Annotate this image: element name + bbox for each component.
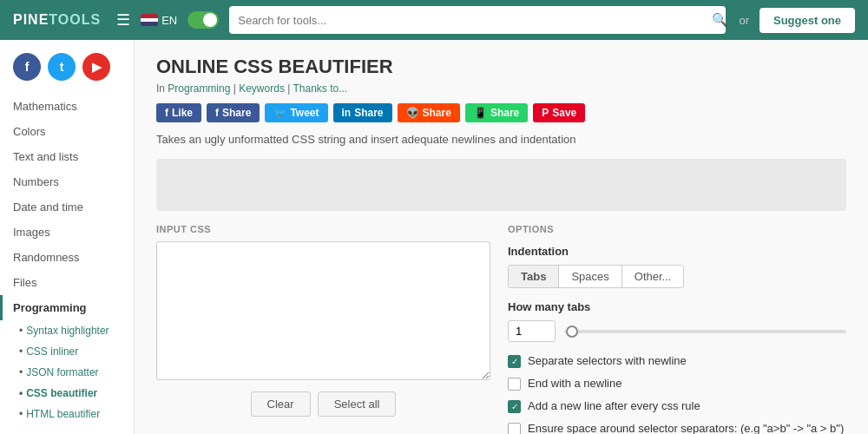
share-bar: f Like f Share 🐦 Tweet in Share 👽 Share … xyxy=(156,103,846,122)
or-text: or xyxy=(739,14,749,27)
share-facebook-label: Share xyxy=(222,107,251,119)
share-reddit-label: Share xyxy=(423,107,451,119)
slider-thumb xyxy=(566,326,578,338)
option-checkbox-3[interactable] xyxy=(508,423,521,434)
options-label: OPTIONS xyxy=(508,224,846,234)
sidebar-subitem-syntax-highlighter[interactable]: Syntax highlighter xyxy=(0,320,134,341)
indentation-label: Indentation xyxy=(508,245,846,258)
tool-area: INPUT CSS Clear Select all OPTIONS Inden… xyxy=(156,224,846,434)
share-like-button[interactable]: f Like xyxy=(156,103,201,122)
sidebar-item-mathematics[interactable]: Mathematics xyxy=(0,94,134,119)
option-checkbox-1[interactable] xyxy=(508,378,521,391)
share-whatsapp-button[interactable]: 📱 Share xyxy=(465,103,528,122)
lang-label: EN xyxy=(161,14,177,27)
suggest-button[interactable]: Suggest one xyxy=(760,8,855,33)
ad-banner xyxy=(156,159,846,211)
option-row-0: Separate selectors with newline xyxy=(508,354,846,368)
how-many-tabs-label: How many tabs xyxy=(508,300,846,313)
breadcrumb-keywords-link[interactable]: Keywords xyxy=(239,82,285,95)
sidebar-subitem-html-beautifier[interactable]: HTML beautifier xyxy=(0,404,134,424)
option-row-2: Add a new line after every css rule xyxy=(508,399,846,413)
twitter-icon: 🐦 xyxy=(273,107,286,119)
tabs-slider[interactable] xyxy=(564,330,846,333)
share-whatsapp-label: Share xyxy=(490,107,519,119)
share-linkedin-button[interactable]: in Share xyxy=(333,103,392,122)
breadcrumb: In Programming | Keywords | Thanks to... xyxy=(156,82,846,95)
reddit-icon: 👽 xyxy=(406,107,419,119)
sidebar-item-programming[interactable]: Programming xyxy=(0,295,134,320)
share-linkedin-label: Share xyxy=(354,107,383,119)
page-title: ONLINE CSS BEAUTIFIER xyxy=(156,56,846,78)
twitter-social-icon[interactable]: t xyxy=(48,53,76,81)
breadcrumb-programming-link[interactable]: Programming xyxy=(168,82,230,95)
header: PINETOOLS ☰ EN 🔍 or Suggest one xyxy=(0,0,868,40)
option-label-0: Separate selectors with newline xyxy=(528,354,687,367)
indent-tab-tabs[interactable]: Tabs xyxy=(509,266,559,287)
main-layout: f t ▶ Mathematics Colors Text and lists … xyxy=(0,40,868,434)
clear-button[interactable]: Clear xyxy=(251,391,311,417)
facebook-social-icon[interactable]: f xyxy=(13,53,41,81)
sidebar-item-images[interactable]: Images xyxy=(0,220,134,245)
indentation-tabs: Tabs Spaces Other... xyxy=(508,265,684,288)
input-buttons: Clear Select all xyxy=(156,391,490,417)
search-icon: 🔍 xyxy=(712,12,728,28)
share-tweet-label: Tweet xyxy=(290,107,319,119)
options-section: OPTIONS Indentation Tabs Spaces Other...… xyxy=(508,224,846,434)
select-all-button[interactable]: Select all xyxy=(318,391,397,417)
option-checkbox-2[interactable] xyxy=(508,400,521,413)
pinterest-icon: P xyxy=(542,107,549,119)
sidebar-item-numbers[interactable]: Numbers xyxy=(0,169,134,194)
sidebar-subitem-css-beautifier[interactable]: CSS beautifier xyxy=(0,383,134,404)
facebook-share-icon: f xyxy=(215,107,219,119)
whatsapp-icon: 📱 xyxy=(474,107,487,119)
share-tweet-button[interactable]: 🐦 Tweet xyxy=(265,103,327,122)
option-label-3: Ensure space around selector separators:… xyxy=(528,422,844,434)
option-label-1: End with a newline xyxy=(528,377,621,390)
share-reddit-button[interactable]: 👽 Share xyxy=(398,103,460,122)
share-pinterest-button[interactable]: P Save xyxy=(533,103,585,122)
breadcrumb-in: In xyxy=(156,82,165,95)
css-input[interactable] xyxy=(156,241,490,380)
sidebar: f t ▶ Mathematics Colors Text and lists … xyxy=(0,40,135,434)
indent-tab-spaces[interactable]: Spaces xyxy=(559,266,621,287)
option-row-3: Ensure space around selector separators:… xyxy=(508,422,846,434)
facebook-like-icon: f xyxy=(165,107,168,119)
theme-toggle[interactable] xyxy=(187,11,219,29)
flag-icon xyxy=(141,14,158,26)
tabs-count-input[interactable] xyxy=(508,320,556,342)
option-row-1: End with a newline xyxy=(508,377,846,391)
input-label: INPUT CSS xyxy=(156,224,490,234)
breadcrumb-thanks-link[interactable]: Thanks to... xyxy=(293,82,347,95)
lang-selector[interactable]: EN xyxy=(141,14,177,27)
linkedin-icon: in xyxy=(342,107,352,119)
hamburger-icon[interactable]: ☰ xyxy=(116,10,130,30)
share-facebook-button[interactable]: f Share xyxy=(207,103,260,122)
indent-tab-other[interactable]: Other... xyxy=(622,266,684,287)
sidebar-subitem-css-inliner[interactable]: CSS inliner xyxy=(0,341,134,362)
social-icons: f t ▶ xyxy=(0,53,134,94)
sidebar-item-date-time[interactable]: Date and time xyxy=(0,194,134,220)
logo[interactable]: PINETOOLS xyxy=(13,12,101,28)
youtube-social-icon[interactable]: ▶ xyxy=(82,53,110,81)
description: Takes an ugly unformatted CSS string and… xyxy=(156,133,846,146)
sidebar-subitem-json-formatter[interactable]: JSON formatter xyxy=(0,362,134,383)
logo-tools: TOOLS xyxy=(49,12,101,27)
sidebar-item-colors[interactable]: Colors xyxy=(0,119,134,144)
sidebar-item-randomness[interactable]: Randomness xyxy=(0,245,134,270)
share-like-label: Like xyxy=(172,107,193,119)
option-checkbox-0[interactable] xyxy=(508,355,521,368)
sidebar-item-text-lists[interactable]: Text and lists xyxy=(0,144,134,169)
tabs-input-row xyxy=(508,320,846,342)
option-label-2: Add a new line after every css rule xyxy=(528,399,700,412)
share-pinterest-label: Save xyxy=(552,107,576,119)
input-section: INPUT CSS Clear Select all xyxy=(156,224,490,434)
sidebar-nav: Mathematics Colors Text and lists Number… xyxy=(0,94,134,424)
logo-pine: PINE xyxy=(13,12,49,27)
content-area: ONLINE CSS BEAUTIFIER In Programming | K… xyxy=(135,40,868,434)
sidebar-item-files[interactable]: Files xyxy=(0,270,134,295)
search-input[interactable] xyxy=(229,6,726,34)
